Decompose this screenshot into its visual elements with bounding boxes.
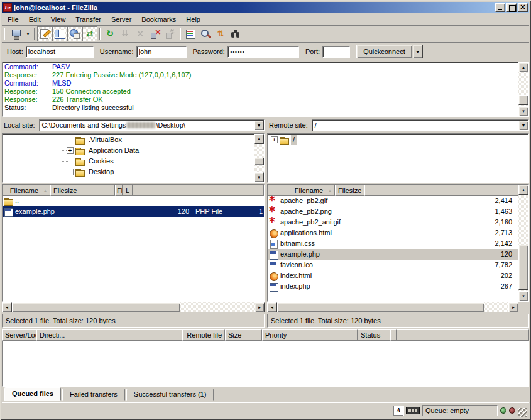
cancel-button[interactable] — [133, 26, 148, 41]
file-row[interactable]: index.php 267 — [268, 281, 518, 292]
expander-icon[interactable] — [67, 169, 74, 175]
scroll-right-button[interactable]: ► — [255, 302, 265, 312]
password-input[interactable] — [227, 46, 299, 58]
site-manager-dropdown[interactable] — [24, 26, 32, 41]
column-header[interactable] — [390, 329, 397, 341]
local-list-hscrollbar[interactable]: ◄ ► — [2, 302, 265, 312]
file-row[interactable]: favicon.ico 7,782 — [268, 260, 518, 270]
scroll-thumb[interactable] — [518, 245, 528, 290]
queue-tab[interactable]: Successful transfers (1) — [126, 389, 214, 401]
file-row[interactable]: example.php 120 — [268, 249, 518, 260]
quickconnect-button[interactable]: Quickconnect — [356, 45, 412, 58]
toggle-remote-tree-button[interactable] — [67, 26, 82, 41]
column-header[interactable]: Filesize — [50, 185, 115, 196]
scroll-thumb[interactable] — [12, 302, 180, 312]
scroll-down-button[interactable]: ▼ — [518, 106, 528, 116]
column-header[interactable]: Status — [358, 329, 390, 341]
process-queue-button[interactable] — [118, 26, 133, 41]
tree-item[interactable]: .VirtualBox — [3, 135, 254, 145]
tree-item[interactable]: Desktop — [3, 167, 254, 177]
log-line: Status: Directory listing successful — [4, 104, 517, 112]
scroll-up-button[interactable]: ▲ — [254, 134, 264, 144]
file-row[interactable]: index.html 202 — [268, 270, 518, 281]
column-header[interactable]: Filename — [268, 185, 335, 196]
scroll-thumb[interactable] — [277, 302, 484, 312]
file-row[interactable]: apache_pb2.gif 2,414 — [268, 196, 518, 206]
port-input[interactable] — [322, 46, 350, 58]
combo-dropdown-icon[interactable]: ▼ — [518, 121, 528, 130]
file-row[interactable]: apache_pb2.png 1,463 — [268, 206, 518, 217]
scroll-up-button[interactable]: ▲ — [518, 185, 528, 195]
column-header[interactable]: Remote file — [182, 329, 225, 341]
find-button[interactable] — [228, 26, 243, 41]
reconnect-button[interactable] — [163, 26, 178, 41]
filter-icon — [185, 28, 196, 40]
combo-dropdown-icon[interactable]: ▼ — [254, 121, 264, 130]
menu-item[interactable]: File — [3, 14, 24, 25]
column-header[interactable]: Priority — [262, 329, 358, 341]
column-header[interactable]: Size — [225, 329, 262, 341]
scroll-left-button[interactable]: ◄ — [267, 302, 277, 312]
toggle-queue-button[interactable] — [82, 26, 97, 41]
local-tree-icon — [54, 28, 65, 40]
remote-list-scrollbar[interactable]: ▲ ▼ — [518, 185, 528, 301]
queue-tabs: Queued files Failed transfers Successful… — [2, 387, 529, 401]
speed-limits-icon — [406, 407, 420, 414]
refresh-button[interactable] — [102, 26, 118, 41]
scroll-thumb[interactable] — [518, 95, 528, 105]
local-tree-scrollbar[interactable]: ▲ ▼ — [254, 134, 264, 182]
file-row[interactable]: example.php 120 PHP File 1 — [3, 206, 264, 217]
menu-item[interactable]: Server — [106, 14, 136, 25]
toolbar-separator[interactable] — [180, 28, 181, 40]
log-scrollbar[interactable]: ▲ ▼ — [518, 62, 528, 116]
toggle-local-tree-button[interactable] — [52, 26, 67, 41]
scroll-up-button[interactable]: ▲ — [518, 62, 528, 72]
file-row[interactable]: applications.html 2,713 — [268, 228, 518, 238]
disconnect-button[interactable] — [148, 26, 163, 41]
resize-grip[interactable] — [518, 408, 527, 417]
tree-item[interactable]: Cookies — [3, 156, 254, 167]
remote-path-combobox[interactable]: / ▼ — [312, 119, 529, 131]
quickconnect-dropdown[interactable]: ▼ — [413, 45, 423, 58]
expander-icon[interactable] — [271, 136, 278, 143]
queue-tab[interactable]: Queued files — [4, 387, 61, 401]
host-input[interactable] — [26, 46, 94, 58]
expander-icon[interactable] — [67, 147, 74, 154]
filter-button[interactable] — [183, 26, 198, 41]
queue-tab[interactable]: Failed transfers — [62, 389, 125, 401]
maximize-button[interactable] — [506, 3, 517, 12]
tree-item[interactable]: Application Data — [3, 145, 254, 156]
local-path-combobox[interactable]: C:\Documents and Settings\Desktop\ ▼ — [39, 119, 265, 131]
menu-item[interactable]: Edit — [24, 14, 46, 25]
toolbar-separator[interactable] — [34, 28, 35, 40]
file-row[interactable]: apache_pb2_ani.gif 2,160 — [268, 217, 518, 228]
menu-item[interactable]: Help — [181, 14, 205, 25]
close-button[interactable] — [518, 3, 528, 12]
menu-item[interactable]: View — [46, 14, 71, 25]
file-row[interactable]: bitnami.css 2,142 — [268, 238, 518, 249]
site-manager-button[interactable] — [9, 26, 24, 41]
column-header[interactable]: Server/Local file — [2, 329, 36, 341]
remote-list-hscrollbar[interactable]: ◄ ► — [267, 302, 518, 312]
file-row[interactable]: .. — [3, 196, 264, 206]
tree-item[interactable]: / — [268, 135, 528, 145]
column-header[interactable]: Filename — [3, 185, 50, 196]
column-header[interactable]: Filetype — [115, 185, 123, 196]
scroll-down-button[interactable]: ▼ — [518, 291, 528, 301]
scroll-right-button[interactable]: ► — [508, 302, 518, 312]
menu-item[interactable]: Bookmarks — [136, 14, 181, 25]
toggle-message-log-button[interactable] — [37, 26, 52, 41]
column-header[interactable]: Filesize — [335, 185, 364, 196]
scroll-thumb[interactable] — [254, 158, 264, 165]
scroll-left-button[interactable]: ◄ — [2, 302, 12, 312]
minimize-button[interactable] — [495, 3, 505, 12]
compare-button[interactable] — [198, 26, 213, 41]
queue-header: Server/Local file Directi... Remote file… — [2, 329, 529, 341]
username-input[interactable] — [136, 46, 187, 58]
sync-browse-button[interactable] — [213, 26, 228, 41]
scroll-down-button[interactable]: ▼ — [254, 172, 264, 182]
menu-item[interactable]: Transfer — [70, 14, 106, 25]
toolbar-separator[interactable] — [99, 28, 101, 40]
column-header[interactable]: L — [123, 185, 133, 196]
column-header[interactable]: Directi... — [36, 329, 182, 341]
